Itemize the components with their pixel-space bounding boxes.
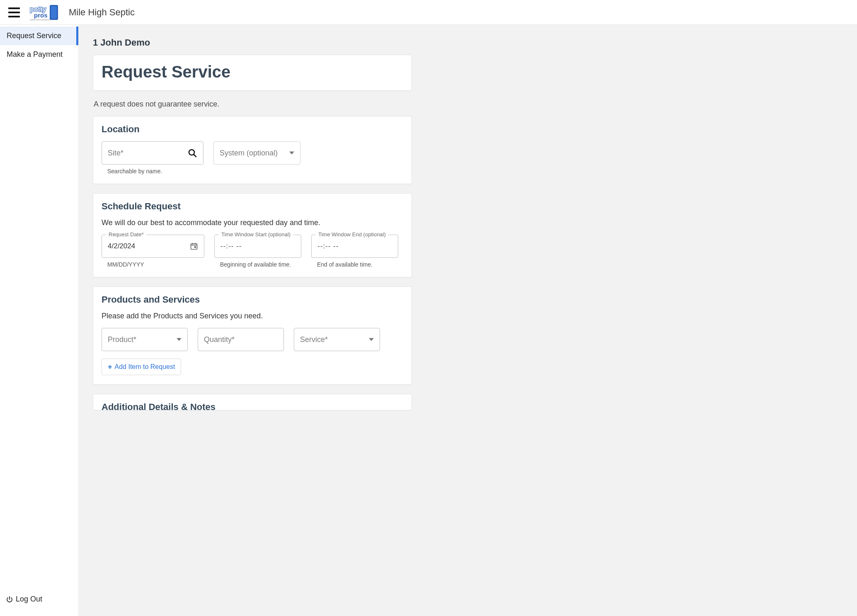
request-date-helper: MM/DD/YYYY bbox=[107, 261, 203, 268]
time-end-input[interactable]: Time Window End (optional) --:-- -- bbox=[311, 235, 398, 258]
product-select[interactable]: Product* bbox=[102, 328, 188, 351]
chevron-down-icon bbox=[177, 337, 182, 342]
svg-rect-7 bbox=[191, 244, 197, 249]
section-title-location: Location bbox=[102, 124, 403, 135]
quantity-input[interactable]: Quantity* bbox=[198, 328, 284, 351]
sidebar-item-label: Request Service bbox=[7, 32, 61, 40]
sidebar-item-request-service[interactable]: Request Service bbox=[0, 27, 78, 45]
time-start-input[interactable]: Time Window Start (optional) --:-- -- bbox=[214, 235, 301, 258]
company-name: Mile High Septic bbox=[69, 7, 135, 18]
sidebar: Request Service Make a Payment Log Out bbox=[0, 25, 79, 616]
svg-text:portable restroom professional: portable restroom professionals bbox=[30, 19, 50, 21]
logout-button[interactable]: Log Out bbox=[6, 595, 73, 604]
request-date-label: Request Date* bbox=[106, 231, 146, 238]
section-title-details: Additional Details & Notes bbox=[102, 402, 403, 410]
title-card: Request Service bbox=[93, 55, 412, 91]
products-section: Products and Services Please add the Pro… bbox=[93, 286, 412, 385]
schedule-desc: We will do our best to accommodate your … bbox=[102, 218, 403, 227]
svg-rect-1 bbox=[51, 6, 57, 19]
site-label: Site* bbox=[108, 149, 187, 158]
svg-point-5 bbox=[189, 150, 194, 155]
request-date-value: 4/2/2024 bbox=[108, 242, 190, 250]
request-date-input[interactable]: Request Date* 4/2/2024 bbox=[102, 235, 204, 258]
location-section: Location Site* Searchable bbox=[93, 116, 412, 184]
quantity-label: Quantity* bbox=[204, 335, 278, 344]
calendar-icon bbox=[190, 242, 198, 250]
svg-rect-9 bbox=[192, 243, 193, 245]
logout-label: Log Out bbox=[16, 595, 42, 604]
svg-rect-11 bbox=[194, 246, 196, 248]
page-title: Request Service bbox=[102, 63, 403, 81]
plus-icon: + bbox=[108, 363, 112, 371]
product-label: Product* bbox=[108, 335, 177, 344]
products-desc: Please add the Products and Services you… bbox=[102, 312, 403, 320]
svg-line-6 bbox=[194, 155, 196, 157]
schedule-section: Schedule Request We will do our best to … bbox=[93, 193, 412, 277]
logo: potty pros portable restroom professiona… bbox=[28, 3, 61, 22]
svg-text:pros: pros bbox=[34, 12, 48, 19]
add-item-button[interactable]: + Add Item to Request bbox=[102, 359, 181, 375]
details-section: Additional Details & Notes bbox=[93, 394, 412, 410]
sidebar-item-make-payment[interactable]: Make a Payment bbox=[0, 45, 78, 64]
site-helper: Searchable by name. bbox=[107, 168, 203, 175]
time-start-label: Time Window Start (optional) bbox=[219, 231, 293, 238]
power-icon bbox=[6, 596, 13, 603]
time-end-label: Time Window End (optional) bbox=[316, 231, 388, 238]
time-start-helper: Beginning of available time. bbox=[220, 261, 300, 268]
search-icon bbox=[187, 148, 197, 158]
system-select[interactable]: System (optional) bbox=[213, 141, 300, 165]
time-end-value: --:-- -- bbox=[317, 242, 392, 250]
system-label: System (optional) bbox=[220, 149, 289, 158]
account-name: 1 John Demo bbox=[93, 37, 412, 48]
time-start-value: --:-- -- bbox=[220, 242, 295, 250]
section-title-products: Products and Services bbox=[102, 294, 403, 305]
site-input[interactable]: Site* bbox=[102, 141, 203, 165]
main-content: 1 John Demo Request Service A request do… bbox=[79, 25, 857, 616]
topbar: potty pros portable restroom professiona… bbox=[0, 0, 857, 25]
service-label: Service* bbox=[300, 335, 369, 344]
disclaimer-text: A request does not guarantee service. bbox=[94, 100, 412, 109]
sidebar-item-label: Make a Payment bbox=[7, 50, 63, 58]
menu-icon[interactable] bbox=[8, 7, 20, 17]
chevron-down-icon bbox=[289, 150, 294, 155]
service-select[interactable]: Service* bbox=[294, 328, 380, 351]
svg-rect-10 bbox=[195, 243, 196, 245]
add-item-label: Add Item to Request bbox=[115, 363, 175, 371]
section-title-schedule: Schedule Request bbox=[102, 201, 403, 212]
time-end-helper: End of available time. bbox=[317, 261, 397, 268]
chevron-down-icon bbox=[369, 337, 374, 342]
